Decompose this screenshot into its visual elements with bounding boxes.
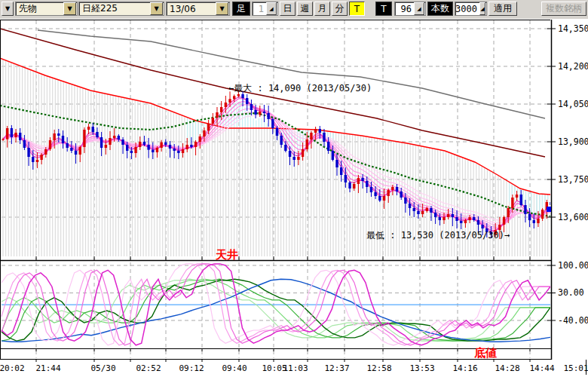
svg-text:14:28: 14:28: [495, 363, 519, 373]
svg-text:14,050: 14,050: [558, 99, 588, 109]
svg-text:12:37: 12:37: [324, 363, 349, 373]
svg-text:13,600: 13,600: [558, 212, 588, 222]
svg-text:13,900: 13,900: [558, 136, 588, 147]
svg-text:02:52: 02:52: [136, 363, 161, 373]
svg-text:13:53: 13:53: [409, 363, 434, 373]
svg-text:14:44: 14:44: [529, 363, 554, 373]
svg-text:12:58: 12:58: [366, 363, 391, 373]
chart-area[interactable]: 14,35014,20014,05013,90013,75013,600100.…: [0, 0, 588, 377]
svg-text:13,750: 13,750: [558, 174, 588, 185]
chart-application-window: ▼ 先物 ▼ 日経225 ▼ 13/06 ▼ 足 1 ◢ 日 週 月 分 T T…: [0, 0, 588, 377]
svg-text:05/30: 05/30: [90, 363, 115, 373]
last-price-axis-marker: [547, 207, 551, 212]
svg-text:30.00: 30.00: [558, 287, 584, 298]
svg-text:14,350: 14,350: [558, 23, 588, 34]
svg-text:-40.00: -40.00: [558, 315, 588, 326]
svg-text:15:01: 15:01: [563, 363, 588, 373]
price-and-oscillator-chart[interactable]: 14,35014,20014,05013,90013,75013,600100.…: [0, 0, 588, 377]
svg-text:09:12: 09:12: [179, 363, 204, 373]
svg-text:14:16: 14:16: [452, 363, 477, 373]
svg-text:14,200: 14,200: [558, 61, 588, 72]
svg-text:100.00: 100.00: [558, 260, 588, 271]
svg-text:20:02: 20:02: [0, 363, 25, 373]
svg-text:21:44: 21:44: [35, 363, 60, 373]
svg-text:11:03: 11:03: [283, 363, 308, 373]
svg-text:09:40: 09:40: [222, 363, 247, 373]
